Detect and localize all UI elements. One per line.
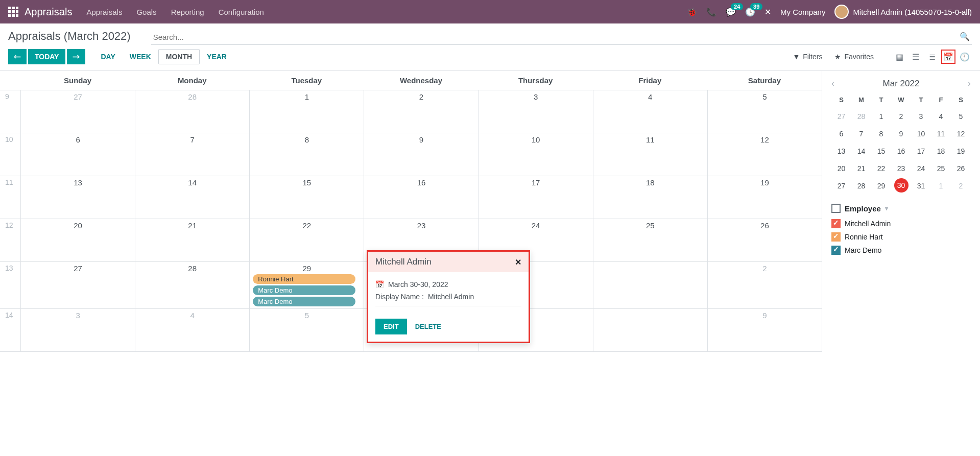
calendar-event[interactable]: Marc Demo <box>253 285 355 295</box>
calendar-cell[interactable]: 28 <box>135 90 249 133</box>
filter-item[interactable]: Marc Demo <box>831 244 971 257</box>
calendar-cell[interactable]: 13 <box>20 176 135 219</box>
mini-day[interactable]: 27 <box>831 178 851 194</box>
calendar-cell[interactable]: 5 <box>707 90 822 133</box>
mini-day[interactable]: 13 <box>831 143 851 159</box>
mini-day[interactable]: 28 <box>851 178 871 194</box>
mini-day[interactable]: 19 <box>951 143 971 159</box>
filter-group-header[interactable]: Employee ▾ <box>831 204 971 213</box>
filter-checkbox[interactable] <box>831 246 841 255</box>
mini-day[interactable]: 25 <box>931 161 951 176</box>
calendar-cell[interactable]: 14 <box>135 176 249 219</box>
calendar-cell[interactable]: 3 <box>20 309 135 351</box>
filter-checkbox[interactable] <box>831 219 841 228</box>
menu-reporting[interactable]: Reporting <box>171 8 204 16</box>
calendar-cell[interactable]: 22 <box>249 219 364 261</box>
tools-icon[interactable]: ✕ <box>764 7 771 17</box>
calendar-event[interactable]: Marc Demo <box>253 297 355 306</box>
mini-day[interactable]: 8 <box>871 126 891 141</box>
company-selector[interactable]: My Company <box>780 8 825 16</box>
mini-day[interactable]: 3 <box>911 109 931 124</box>
calendar-cell[interactable]: 27 <box>20 90 135 133</box>
bug-icon[interactable]: 🐞 <box>687 7 697 17</box>
calendar-cell[interactable]: 7 <box>135 133 249 176</box>
today-button[interactable]: TODAY <box>28 49 65 64</box>
mini-day[interactable]: 4 <box>931 109 951 124</box>
activity-view-icon[interactable]: 🕘 <box>958 50 972 64</box>
messages-icon[interactable]: 💬24 <box>726 7 736 17</box>
calendar-cell[interactable] <box>593 309 707 351</box>
calendar-cell[interactable]: 19 <box>707 176 822 219</box>
calendar-cell[interactable]: 25 <box>593 219 707 261</box>
scale-month[interactable]: MONTH <box>158 49 200 64</box>
mini-day[interactable]: 1 <box>931 178 951 194</box>
calendar-cell[interactable]: 1 <box>249 90 364 133</box>
calendar-cell[interactable]: 11 <box>593 133 707 176</box>
mini-day[interactable]: 22 <box>871 161 891 176</box>
search-icon[interactable]: 🔍 <box>960 32 970 41</box>
search-input[interactable] <box>151 30 972 45</box>
calendar-cell[interactable]: 5 <box>249 309 364 351</box>
calendar-cell[interactable]: 18 <box>593 176 707 219</box>
mini-day[interactable]: 26 <box>951 161 971 176</box>
calendar-cell[interactable]: 12 <box>707 133 822 176</box>
menu-appraisals[interactable]: Appraisals <box>86 8 122 16</box>
calendar-cell[interactable]: 29Ronnie HartMarc DemoMarc Demo <box>249 262 364 308</box>
mini-day[interactable]: 20 <box>831 161 851 176</box>
edit-button[interactable]: EDIT <box>375 319 407 334</box>
brand[interactable]: Appraisals <box>25 6 72 18</box>
calendar-cell[interactable]: 21 <box>135 219 249 261</box>
mini-day[interactable]: 31 <box>911 178 931 194</box>
mini-day[interactable]: 17 <box>911 143 931 159</box>
calendar-cell[interactable] <box>593 262 707 308</box>
calendar-cell[interactable]: 26 <box>707 219 822 261</box>
mini-day[interactable]: 16 <box>891 143 911 159</box>
menu-configuration[interactable]: Configuration <box>219 8 264 16</box>
mini-prev-icon[interactable]: ‹ <box>831 78 834 89</box>
mini-day[interactable]: 9 <box>891 126 911 141</box>
calendar-cell[interactable]: 6 <box>20 133 135 176</box>
calendar-event[interactable]: Ronnie Hart <box>253 274 355 284</box>
calendar-cell[interactable]: 10 <box>479 133 593 176</box>
kanban-view-icon[interactable]: ▦ <box>892 50 906 64</box>
user-menu[interactable]: Mitchell Admin (14055070-15-0-all) <box>834 5 972 19</box>
close-icon[interactable]: ✕ <box>515 257 521 267</box>
prev-button[interactable]: 🡐 <box>8 49 27 64</box>
mini-day[interactable]: 30 <box>894 178 909 193</box>
filter-checkbox[interactable] <box>831 232 841 242</box>
favorites-button[interactable]: ★Favorites <box>828 50 880 64</box>
mini-day[interactable]: 14 <box>851 143 871 159</box>
mini-next-icon[interactable]: › <box>968 78 971 89</box>
calendar-cell[interactable]: 20 <box>20 219 135 261</box>
calendar-cell[interactable]: 4 <box>135 309 249 351</box>
calendar-cell[interactable]: 16 <box>364 176 478 219</box>
calendar-cell[interactable]: 28 <box>135 262 249 308</box>
calendar-cell[interactable]: 8 <box>249 133 364 176</box>
scale-year[interactable]: YEAR <box>200 49 234 64</box>
filter-item[interactable]: Mitchell Admin <box>831 217 971 230</box>
next-button[interactable]: 🡒 <box>67 49 85 64</box>
mini-day[interactable]: 27 <box>831 109 851 124</box>
mini-day[interactable]: 10 <box>911 126 931 141</box>
mini-day[interactable]: 15 <box>871 143 891 159</box>
calendar-cell[interactable]: 9 <box>707 309 822 351</box>
scale-day[interactable]: DAY <box>93 49 122 64</box>
filter-item[interactable]: Ronnie Hart <box>831 230 971 244</box>
delete-button[interactable]: DELETE <box>415 323 441 330</box>
filter-group-checkbox[interactable] <box>831 204 841 213</box>
mini-day[interactable]: 23 <box>891 161 911 176</box>
mini-day[interactable]: 5 <box>951 109 971 124</box>
mini-day[interactable]: 7 <box>851 126 871 141</box>
menu-goals[interactable]: Goals <box>136 8 156 16</box>
list-view-icon[interactable]: ☰ <box>909 50 923 64</box>
mini-day[interactable]: 6 <box>831 126 851 141</box>
scale-week[interactable]: WEEK <box>123 49 158 64</box>
mini-day[interactable]: 21 <box>851 161 871 176</box>
calendar-cell[interactable]: 9 <box>364 133 478 176</box>
mini-day[interactable]: 18 <box>931 143 951 159</box>
calendar-cell[interactable]: 15 <box>249 176 364 219</box>
gantt-view-icon[interactable]: ≣ <box>925 50 939 64</box>
filters-button[interactable]: ▼Filters <box>786 50 828 64</box>
phone-icon[interactable]: 📞 <box>706 7 716 17</box>
mini-day[interactable]: 2 <box>891 109 911 124</box>
